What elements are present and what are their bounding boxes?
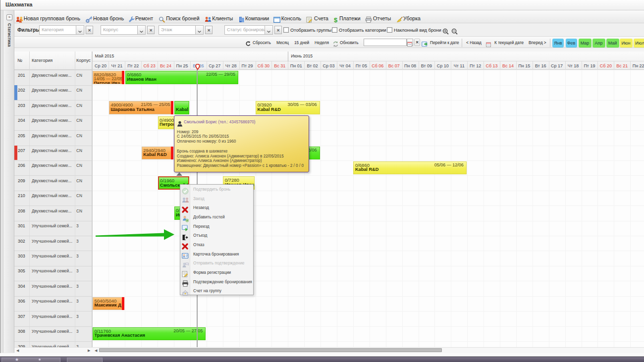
svg-text:$: $ [334, 16, 338, 23]
